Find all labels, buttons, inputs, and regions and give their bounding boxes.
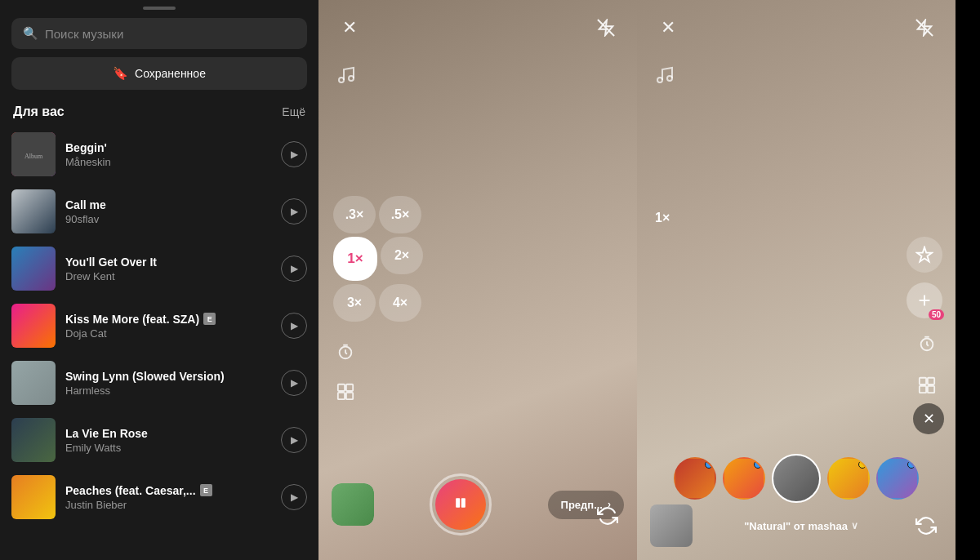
record-icon <box>452 495 469 515</box>
search-bar[interactable]: 🔍 Поиск музыки <box>11 18 307 49</box>
play-button[interactable]: ▶ <box>281 256 307 282</box>
layout-icon[interactable] <box>336 382 354 405</box>
play-button[interactable]: ▶ <box>281 484 307 510</box>
svg-rect-10 <box>461 498 466 508</box>
play-button[interactable]: ▶ <box>281 427 307 453</box>
track-item[interactable]: Swing Lynn (Slowed Version) Harmless ▶ <box>0 354 318 411</box>
track-info: You'll Get Over It Drew Kent <box>65 256 271 282</box>
track-item[interactable]: Kiss Me More (feat. SZA) E Doja Cat ▶ <box>0 297 318 354</box>
filter-avatar[interactable] <box>876 457 919 500</box>
svg-rect-18 <box>920 378 926 384</box>
flip-camera-button[interactable] <box>591 500 624 532</box>
play-button[interactable]: ▶ <box>281 313 307 339</box>
track-name: Kiss Me More (feat. SZA) E <box>65 313 271 326</box>
track-thumb-lavie <box>11 418 56 462</box>
filter-avatar[interactable] <box>674 457 716 500</box>
filter-name-label[interactable]: "Natural" от mashaa ∨ <box>744 520 858 532</box>
explicit-badge: E <box>203 313 216 325</box>
play-button[interactable]: ▶ <box>281 198 307 224</box>
speed-row-bot: 3× 4× <box>333 284 423 322</box>
track-item[interactable]: Call me 90sflav ▶ <box>0 183 318 240</box>
filter-avatars-row <box>666 454 927 503</box>
play-button[interactable]: ▶ <box>281 370 307 396</box>
music-icon <box>336 65 356 90</box>
speed-button-03x[interactable]: .3× <box>333 196 376 233</box>
layout-icon[interactable] <box>918 376 936 398</box>
speed-button-2x[interactable]: 2× <box>381 237 423 274</box>
speed-label[interactable]: 1× <box>655 211 670 225</box>
filter-avatar[interactable] <box>723 457 765 500</box>
record-button[interactable] <box>430 473 492 536</box>
speed-selector: .3× .5× 1× 2× 3× 4× <box>333 196 423 322</box>
beauty-button[interactable]: 50 <box>906 282 942 318</box>
play-button[interactable]: ▶ <box>281 141 307 167</box>
speed-button-1x[interactable]: 1× <box>333 237 377 281</box>
bookmark-icon: 🔖 <box>113 66 128 81</box>
track-thumb-peaches <box>11 475 56 519</box>
flash-off-icon[interactable] <box>591 13 621 42</box>
timer-icon[interactable] <box>918 335 936 358</box>
track-thumb-swing <box>11 361 56 405</box>
track-name: Swing Lynn (Slowed Version) <box>65 370 271 383</box>
top-bar <box>0 0 318 13</box>
svg-point-13 <box>657 78 662 82</box>
filter-panel: ✕ 1× 50 <box>637 0 956 560</box>
track-info: Call me 90sflav <box>65 198 271 225</box>
avatar-dot <box>907 460 915 469</box>
music-panel: 🔍 Поиск музыки 🔖 Сохраненное Для вас Ещё… <box>0 0 318 560</box>
track-item[interactable]: La Vie En Rose Emily Watts ▶ <box>0 411 318 469</box>
svg-rect-20 <box>920 386 926 393</box>
filter-avatar[interactable] <box>827 457 870 500</box>
camera-bottom-bar: Предп... › <box>318 473 637 560</box>
track-info: La Vie En Rose Emily Watts <box>65 427 271 454</box>
search-placeholder: Поиск музыки <box>45 27 123 41</box>
filter-avatars-section <box>637 454 956 503</box>
section-header: Для вас Ещё <box>0 101 318 126</box>
track-artist: Doja Cat <box>65 327 271 340</box>
svg-rect-21 <box>928 386 934 393</box>
explicit-badge: E <box>200 484 212 496</box>
track-info: Beggin' Måneskin <box>65 141 271 168</box>
track-artist: 90sflav <box>65 213 271 225</box>
close-icon[interactable]: ✕ <box>335 13 364 42</box>
avatar-dot <box>858 460 866 469</box>
svg-rect-19 <box>928 378 934 384</box>
camera-top-bar: ✕ <box>318 13 637 42</box>
track-thumb-callme <box>11 189 56 233</box>
saved-label: Сохраненное <box>135 67 206 80</box>
section-more-button[interactable]: Ещё <box>282 105 305 118</box>
close-circle-button[interactable]: ✕ <box>913 403 944 434</box>
section-title: Для вас <box>13 104 65 119</box>
speed-row-mid: 1× 2× <box>333 237 423 281</box>
svg-rect-5 <box>338 384 345 391</box>
effects-button[interactable] <box>906 237 942 273</box>
filter-bottom-bar: "Natural" от mashaa ∨ <box>637 498 956 560</box>
flash-off-icon[interactable] <box>910 13 939 42</box>
track-artist: Drew Kent <box>65 270 271 282</box>
avatar-dot <box>754 460 762 469</box>
filter-avatar-active[interactable] <box>772 454 821 503</box>
gallery-button[interactable] <box>332 483 374 526</box>
track-item[interactable]: You'll Get Over It Drew Kent ▶ <box>0 240 318 297</box>
tool-badge: 50 <box>929 309 944 320</box>
track-item[interactable]: Peaches (feat. Caesar,... E Justin Biebe… <box>0 469 318 526</box>
track-name: Peaches (feat. Caesar,... E <box>65 484 271 497</box>
track-artist: Måneskin <box>65 156 271 168</box>
flip-camera-button[interactable] <box>910 509 942 542</box>
right-tools: 50 <box>906 237 942 318</box>
speed-button-3x[interactable]: 3× <box>333 284 376 322</box>
speed-button-05x[interactable]: .5× <box>379 196 421 233</box>
track-artist: Harmless <box>65 384 271 397</box>
record-inner <box>435 479 486 530</box>
speed-button-4x[interactable]: 4× <box>379 284 421 322</box>
svg-rect-9 <box>456 498 460 508</box>
svg-rect-8 <box>346 393 353 399</box>
svg-point-14 <box>667 76 672 81</box>
saved-button[interactable]: 🔖 Сохраненное <box>11 57 307 90</box>
timer-icon[interactable] <box>336 343 354 366</box>
svg-point-2 <box>339 78 344 82</box>
gallery-thumbnail[interactable] <box>650 504 693 547</box>
close-icon[interactable]: ✕ <box>653 13 683 42</box>
gallery-thumbnail <box>332 483 374 526</box>
track-item[interactable]: Beggin' Måneskin ▶ <box>0 126 318 183</box>
